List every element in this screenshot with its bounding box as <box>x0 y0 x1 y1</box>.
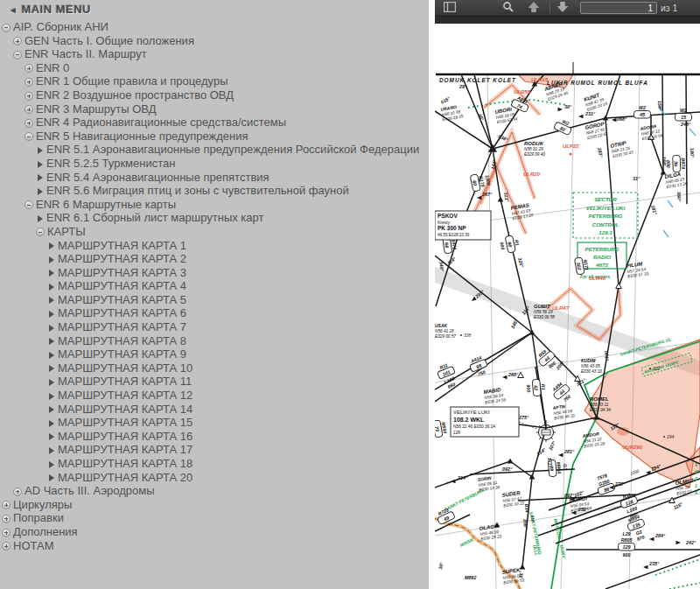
leaf-arrow-icon[interactable] <box>49 474 54 481</box>
leaf-arrow-icon[interactable] <box>49 461 54 468</box>
leaf-arrow-icon[interactable] <box>38 161 43 168</box>
svg-text:284°: 284° <box>654 533 666 538</box>
tree-item[interactable]: ENR 5.1 Аэронавигационные предупреждения… <box>0 143 429 157</box>
toolbar-divider <box>550 3 550 13</box>
leaf-arrow-icon[interactable] <box>49 406 54 413</box>
tree-item[interactable]: МАРШРУТНАЯ КАРТА 8 <box>0 334 429 348</box>
leaf-arrow-icon[interactable] <box>49 365 54 372</box>
tree-item[interactable]: ENR 1 Общие правила и процедуры <box>0 74 429 88</box>
tree-item[interactable]: МАРШРУТНАЯ КАРТА 20 <box>0 471 429 485</box>
page-number-input[interactable] <box>580 2 657 14</box>
tree-item[interactable]: МАРШРУТНАЯ КАРТА 2 <box>0 252 429 266</box>
expand-node-icon[interactable] <box>24 119 33 128</box>
leaf-arrow-icon[interactable] <box>49 297 54 304</box>
expand-node-icon[interactable] <box>13 487 22 496</box>
tree-item[interactable]: МАРШРУТНАЯ КАРТА 1 <box>0 239 429 253</box>
leaf-arrow-icon[interactable] <box>49 270 54 277</box>
expand-node-icon[interactable] <box>13 37 22 46</box>
next-page-button[interactable] <box>553 1 572 15</box>
svg-text:214°: 214° <box>457 475 468 480</box>
tree-item[interactable]: ENR 2 Воздушное пространство ОВД <box>0 88 429 102</box>
collapse-node-icon[interactable] <box>13 51 22 60</box>
expand-node-icon[interactable] <box>24 78 33 87</box>
tree-item[interactable]: ENR 4 Радионавигационные средства/систем… <box>0 116 429 130</box>
tree-item[interactable]: МАРШРУТНАЯ КАРТА 6 <box>0 306 429 320</box>
tree-item[interactable]: МАРШРУТНАЯ КАРТА 15 <box>0 416 429 430</box>
collapse-node-icon[interactable] <box>36 228 45 236</box>
expand-node-icon[interactable] <box>24 64 33 73</box>
tree-item[interactable]: AD Часть III. Аэродромы <box>0 484 429 498</box>
tree-item[interactable]: МАРШРУТНАЯ КАРТА 17 <box>0 443 429 457</box>
expand-node-icon[interactable] <box>2 529 10 537</box>
svg-text:092°: 092° <box>502 466 513 472</box>
leaf-arrow-icon[interactable] <box>49 338 54 345</box>
main-menu-header[interactable]: ◄MAIN MENU <box>9 3 91 16</box>
leaf-arrow-icon[interactable] <box>49 325 54 332</box>
leaf-arrow-icon[interactable] <box>38 174 43 181</box>
svg-text:E029 00 57: E029 00 57 <box>435 334 456 339</box>
expand-node-icon[interactable] <box>2 501 10 509</box>
tree-item[interactable]: МАРШРУТНАЯ КАРТА 11 <box>0 375 429 389</box>
svg-text:4: 4 <box>694 490 697 495</box>
collapse-node-icon[interactable] <box>24 200 33 209</box>
leaf-arrow-icon[interactable] <box>49 352 54 359</box>
tree-item[interactable]: МАРШРУТНАЯ КАРТА 7 <box>0 320 429 334</box>
tree-item[interactable]: МАРШРУТНАЯ КАРТА 9 <box>0 347 429 361</box>
tree-item[interactable]: ENR 3 Маршруты ОВД <box>0 102 429 116</box>
expand-node-icon[interactable] <box>24 105 33 114</box>
tree-item-label: ENR 3 Маршруты ОВД <box>36 102 157 116</box>
collapse-node-icon[interactable] <box>24 132 33 141</box>
tree-item[interactable]: МАРШРУТНАЯ КАРТА 14 <box>0 403 429 417</box>
collapse-node-icon[interactable] <box>2 24 10 32</box>
leaf-arrow-icon[interactable] <box>49 420 54 427</box>
tree-item[interactable]: GEN Часть I. Общие положения <box>0 34 429 48</box>
tree-item[interactable]: Поправки <box>0 511 429 525</box>
leaf-arrow-icon[interactable] <box>38 215 43 222</box>
tree-item[interactable]: МАРШРУТНАЯ КАРТА 16 <box>0 430 429 444</box>
tree-item[interactable]: МАРШРУТНАЯ КАРТА 4 <box>0 279 429 293</box>
tree-item[interactable]: КАРТЫ <box>0 225 429 239</box>
tree-item[interactable]: Дополнения <box>0 525 429 539</box>
leaf-arrow-icon[interactable] <box>49 433 54 440</box>
leaf-arrow-icon[interactable] <box>49 379 54 386</box>
tree-item[interactable]: ENR Часть II. Маршрут <box>0 47 429 61</box>
tree-item[interactable]: МАРШРУТНАЯ КАРТА 10 <box>0 361 429 375</box>
leaf-arrow-icon[interactable] <box>49 311 54 318</box>
svg-text:ULR20: ULR20 <box>523 172 541 177</box>
svg-text:356°: 356° <box>522 519 528 529</box>
expand-node-icon[interactable] <box>24 92 33 101</box>
tree-item-label: ENR 4 Радионавигационные средства/систем… <box>36 116 286 129</box>
leaf-arrow-icon[interactable] <box>49 393 54 400</box>
sidebar-toggle-button[interactable] <box>440 1 459 15</box>
tree-item[interactable]: ENR 0 <box>0 61 429 75</box>
tree-item-label: ENR 5 Навигационные предупреждения <box>36 130 248 143</box>
svg-text:PSKOV: PSKOV <box>438 213 458 219</box>
tree-item[interactable]: ENR 5.2.5 Туркменистан <box>0 157 429 171</box>
tree-item[interactable]: МАРШРУТНАЯ КАРТА 12 <box>0 389 429 403</box>
tree-item[interactable]: МАРШРУТНАЯ КАРТА 5 <box>0 293 429 307</box>
leaf-arrow-icon[interactable] <box>49 284 54 291</box>
tree-item[interactable]: Циркуляры <box>0 498 429 512</box>
expand-node-icon[interactable] <box>2 515 10 523</box>
expand-node-icon[interactable] <box>2 542 10 550</box>
tree-item[interactable]: ENR 6 Маршрутные карты <box>0 198 429 212</box>
leaf-arrow-icon[interactable] <box>38 147 43 154</box>
tree-item[interactable]: НОТАМ <box>0 539 429 553</box>
search-button[interactable] <box>498 1 517 15</box>
svg-text:ROMEL: ROMEL <box>590 396 609 402</box>
tree-item[interactable]: ENR 5.6 Миграция птиц и зоны с чувствите… <box>0 184 429 198</box>
leaf-arrow-icon[interactable] <box>49 242 54 249</box>
previous-page-button[interactable] <box>524 1 543 15</box>
svg-text:129.3: 129.3 <box>598 229 612 235</box>
leaf-arrow-icon[interactable] <box>49 256 54 263</box>
tree-item[interactable]: ENR 5.4 Аэронавигационные препятствия <box>0 171 429 185</box>
tree-item[interactable]: ENR 5 Навигационные предупреждения <box>0 130 429 144</box>
tree-item[interactable]: ENR 6.1 Сборный лист маршрутных карт <box>0 211 429 225</box>
tree-item[interactable]: AIP. Сборник АНИ <box>0 20 429 34</box>
svg-text:322: 322 <box>653 366 661 371</box>
svg-text:235°: 235° <box>648 561 660 566</box>
tree-item[interactable]: МАРШРУТНАЯ КАРТА 3 <box>0 266 429 280</box>
tree-item[interactable]: МАРШРУТНАЯ КАРТА 18 <box>0 457 429 471</box>
leaf-arrow-icon[interactable] <box>38 188 43 195</box>
leaf-arrow-icon[interactable] <box>49 447 54 454</box>
